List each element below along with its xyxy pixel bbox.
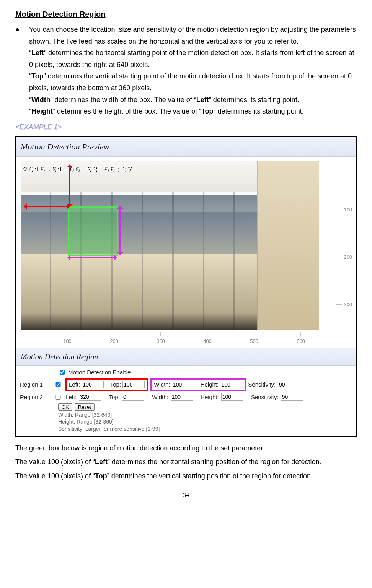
camera-timestamp: 2015-01-06 03:56:37 [22, 163, 133, 177]
h-tick: 600 [297, 332, 305, 346]
region1-row: Region 1 Left: Top: Width: Height: Sensi… [20, 378, 352, 391]
enable-row: Motion Detection Enable [58, 367, 352, 377]
width-rest-b: ” determines its starting point. [209, 96, 299, 104]
region1-width-input[interactable] [172, 381, 194, 388]
left-top-highlight: Left: Top: [65, 378, 148, 391]
region-panel: Motion Detection Enable Region 1 Left: T… [16, 366, 356, 436]
height-rest-b: ” determines its starting point. [214, 107, 304, 115]
region2-sens-input[interactable] [281, 393, 303, 401]
top-arrow-icon [69, 167, 70, 205]
top-bold: Top [31, 72, 44, 80]
height-param-text: “Height” determines the height of the bo… [29, 106, 357, 117]
left-label: Left: [69, 381, 80, 388]
width-rest-bold: Left [196, 96, 209, 104]
left-rest: ” determines the horizontal starting poi… [29, 49, 354, 68]
left-arrow-icon [26, 206, 67, 207]
left-bold: Left [31, 49, 44, 57]
hints: Width: Range [32-640] Height: Range [32-… [58, 411, 352, 432]
reset-button[interactable]: Reset [75, 403, 95, 411]
v-tick: 200 [336, 255, 352, 260]
left-label: Left: [65, 392, 77, 402]
region1-enable-checkbox[interactable] [54, 382, 62, 387]
p3b: ” determines the vertical starting posit… [107, 472, 313, 480]
height-label: Height: [201, 392, 219, 402]
region2-height-input[interactable] [221, 393, 243, 401]
bullet-item: ● You can choose the location, size and … [15, 24, 357, 117]
region2-enable-checkbox[interactable] [54, 395, 62, 400]
vertical-ruler: 100 200 300 [331, 161, 354, 330]
width-param-text: “Width” determines the width of the box.… [29, 94, 357, 106]
screenshot-panel: Motion Detection Preview 2015-01-06 03:5… [15, 136, 357, 437]
bullet-content: You can choose the location, size and se… [29, 24, 357, 117]
h-tick: 500 [250, 332, 258, 346]
p2b: ” determines the horizontal starting pos… [108, 458, 321, 466]
after-para-3: The value 100 (pixels) of “Top” determin… [15, 470, 357, 482]
height-label: Height: [201, 381, 219, 388]
sens-label: Sensitivity: [248, 380, 276, 390]
p3a: The value 100 (pixels) of “ [15, 472, 95, 480]
h-tick: 400 [203, 332, 212, 346]
width-height-highlight: Width: Height: [150, 378, 246, 391]
h-tick: 200 [110, 332, 118, 346]
top-rest: ” determines the vertical starting point… [29, 72, 352, 92]
region1-left-input[interactable] [82, 381, 104, 388]
page-number: 34 [15, 490, 357, 500]
region2-left-input[interactable] [79, 393, 101, 401]
height-arrow-icon [119, 208, 121, 253]
sens-label: Sensitivity: [251, 392, 279, 402]
region1-sens-input[interactable] [278, 381, 300, 388]
width-label: Width: [154, 381, 170, 388]
region1-label: Region 1 [20, 380, 51, 390]
after-para-2: The value 100 (pixels) of “Left” determi… [15, 456, 357, 468]
after-para-1: The green box below is region of motion … [15, 442, 357, 454]
height-bold: Height [31, 107, 53, 115]
motion-enable-checkbox[interactable] [60, 370, 65, 375]
hint-width: Width: Range [32-640] [58, 411, 352, 418]
region2-width-input[interactable] [171, 393, 193, 401]
p2bold: Left [95, 458, 108, 466]
width-arrow-icon [70, 257, 115, 258]
h-tick: 300 [157, 332, 165, 346]
region1-top-input[interactable] [122, 381, 145, 388]
top-label: Top: [110, 381, 121, 388]
v-tick: 100 [336, 207, 352, 213]
h-tick: 100 [63, 332, 72, 346]
width-label: Width: [152, 392, 168, 402]
region2-row: Region 2 Left: Top: Width: Height: Sensi… [20, 392, 352, 402]
region2-top-input[interactable] [122, 393, 144, 401]
v-tick: 300 [336, 302, 352, 307]
height-rest-a: ” determines the height of the box. The … [53, 107, 201, 115]
intro-text: You can choose the location, size and se… [29, 24, 357, 47]
hint-sens: Sensitivity: Larger for more sensitive [… [58, 426, 352, 432]
horizontal-ruler: 100 200 300 400 500 600 [21, 333, 319, 346]
region1-height-input[interactable] [220, 381, 242, 388]
bullet-marker-icon: ● [15, 24, 29, 117]
region-header: Motion Detection Region [16, 348, 356, 366]
height-rest-bold: Top [201, 107, 214, 115]
section-title: Motion Detection Region [15, 8, 357, 21]
ok-button[interactable]: OK [58, 403, 72, 411]
camera-wall [257, 161, 319, 330]
width-bold: Width [31, 96, 51, 104]
left-param-text: “Left” determines the horizontal startin… [29, 47, 357, 70]
button-row: OK Reset [58, 403, 352, 411]
top-param-text: “Top” determines the vertical starting p… [29, 70, 357, 94]
motion-enable-label: Motion Detection Enable [68, 367, 131, 377]
example-label: <EXAMPLE 1> [15, 121, 357, 133]
hint-height: Height: Range [32-360] [58, 418, 352, 425]
preview-header: Motion Detection Preview [16, 137, 356, 156]
p3bold: Top [95, 472, 107, 480]
top-label: Top: [109, 392, 120, 402]
region2-label: Region 2 [20, 392, 51, 402]
camera-live-feed: 2015-01-06 03:56:37 [21, 161, 319, 330]
width-rest-a: ” determines the width of the box. The v… [51, 96, 196, 104]
motion-region-box [68, 206, 118, 256]
preview-area: 2015-01-06 03:56:37 100 200 300 100 200 … [16, 157, 356, 348]
p2a: The value 100 (pixels) of “ [15, 458, 95, 466]
